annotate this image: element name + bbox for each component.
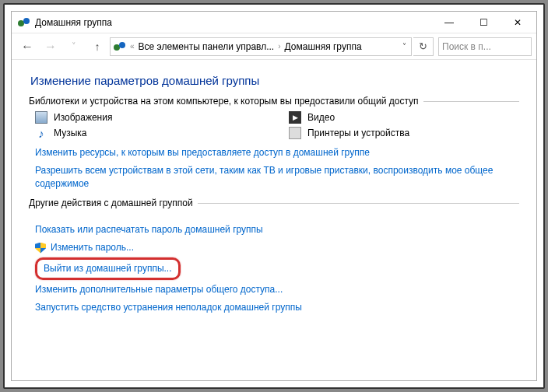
pictures-label: Изображения (54, 112, 112, 123)
section-other-legend: Другие действия с домашней группой (29, 198, 198, 208)
link-change-password[interactable]: Изменить пароль... (35, 239, 519, 257)
refresh-button[interactable]: ↻ (413, 37, 434, 56)
link-troubleshoot[interactable]: Запустить средство устранения неполадок … (35, 299, 519, 317)
window-title: Домашняя группа (35, 17, 432, 28)
up-button[interactable]: ↑ (86, 37, 108, 57)
close-button[interactable]: ✕ (501, 12, 535, 33)
history-dropdown[interactable]: ˅ (63, 37, 85, 57)
content-area: Изменение параметров домашней группы Биб… (12, 60, 536, 338)
section-shared-libraries: Библиотеки и устройства на этом компьюте… (29, 101, 519, 192)
search-placeholder: Поиск в п... (442, 41, 491, 52)
section-shared-legend: Библиотеки и устройства на этом компьюте… (29, 96, 423, 107)
library-video: ▶ Видео (289, 111, 519, 124)
video-label: Видео (307, 112, 335, 123)
forward-button[interactable]: → (40, 37, 61, 57)
shield-icon (35, 243, 46, 254)
page-title: Изменение параметров домашней группы (30, 74, 519, 87)
breadcrumb-control-panel[interactable]: Все элементы панели управл... (137, 41, 276, 52)
search-input[interactable]: Поиск в п... (438, 37, 532, 56)
chevron-icon: « (128, 42, 137, 51)
homegroup-window: Домашняя группа — ☐ ✕ ← → ˅ ↑ « Все элем… (11, 11, 537, 381)
breadcrumb-homegroup[interactable]: Домашняя группа (283, 41, 364, 52)
address-bar[interactable]: « Все элементы панели управл... › Домашн… (110, 37, 412, 56)
maximize-button[interactable]: ☐ (466, 12, 501, 33)
back-button[interactable]: ← (16, 37, 38, 57)
chevron-right-icon: › (276, 42, 283, 51)
highlight-leave-homegroup: Выйти из домашней группы... (35, 257, 181, 280)
library-music: ♪ Музыка (35, 127, 265, 139)
nav-toolbar: ← → ˅ ↑ « Все элементы панели управл... … (12, 33, 536, 60)
printers-label: Принтеры и устройства (307, 128, 409, 138)
titlebar: Домашняя группа — ☐ ✕ (12, 12, 536, 33)
minimize-button[interactable]: — (432, 12, 466, 33)
address-dropdown-icon[interactable]: ˅ (399, 42, 409, 51)
music-label: Музыка (54, 128, 86, 138)
printer-icon (289, 127, 301, 139)
link-advanced-sharing[interactable]: Изменить дополнительные параметры общего… (35, 281, 519, 299)
video-icon: ▶ (289, 111, 301, 124)
link-allow-devices[interactable]: Разрешить всем устройствам в этой сети, … (35, 162, 519, 193)
link-change-sharing[interactable]: Изменить ресурсы, к которым вы предостав… (35, 144, 519, 162)
address-icon (114, 40, 126, 53)
section1-links: Изменить ресурсы, к которым вы предостав… (35, 144, 519, 192)
homegroup-icon (18, 16, 30, 29)
section2-links: Показать или распечатать пароль домашней… (35, 221, 519, 316)
music-icon: ♪ (35, 127, 47, 139)
library-printers: Принтеры и устройства (289, 127, 519, 139)
library-grid: Изображения ▶ Видео ♪ Музыка Принтеры и … (35, 111, 519, 139)
link-leave-homegroup[interactable]: Выйти из домашней группы... (44, 261, 172, 277)
outer-screenshot-frame: Домашняя группа — ☐ ✕ ← → ˅ ↑ « Все элем… (3, 3, 545, 389)
pictures-icon (35, 111, 47, 124)
library-pictures: Изображения (35, 111, 265, 124)
link-show-password[interactable]: Показать или распечатать пароль домашней… (35, 221, 519, 239)
section-other-actions: Другие действия с домашней группой Показ… (29, 203, 519, 316)
window-buttons: — ☐ ✕ (432, 12, 535, 33)
